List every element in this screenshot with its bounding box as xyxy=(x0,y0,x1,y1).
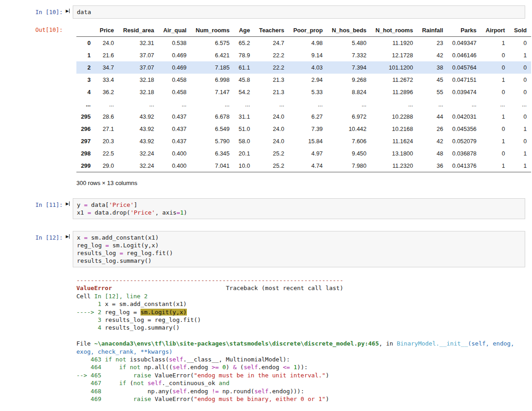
code-editor[interactable]: x = sm.add_constant(x1)reg_log = sm.Logi… xyxy=(73,231,525,267)
input-prompt: In [11]: xyxy=(26,198,63,208)
code-editor[interactable]: y = data['Price']x1 = data.drop('Price',… xyxy=(73,198,525,219)
dataframe-output: PriceResid_areaAir_qualNum_roomsAgeTeach… xyxy=(76,24,531,172)
table-cell: 5.33 xyxy=(289,86,327,98)
table-cell: 1 xyxy=(481,135,510,147)
table-cell: 0 xyxy=(481,49,510,61)
table-row: 29720.343.920.4375.79058.024.015.847.606… xyxy=(76,135,531,147)
code-editor[interactable]: data xyxy=(73,5,525,19)
table-cell: 43.92 xyxy=(119,135,159,147)
table-cell: 31.1 xyxy=(234,110,255,123)
gutter-spacer xyxy=(63,23,73,26)
table-cell: 0.045356 xyxy=(448,123,481,135)
row-index: 1 xyxy=(76,49,95,61)
table-cell: 6.575 xyxy=(191,37,234,50)
column-header: Age xyxy=(234,24,255,37)
table-row: 29822.532.240.4006.34520.125.24.979.4501… xyxy=(76,147,531,160)
table-cell: 43.92 xyxy=(119,123,159,135)
table-cell: 33.4 xyxy=(95,74,118,86)
table-cell: 0.437 xyxy=(159,123,191,135)
table-cell: 29.0 xyxy=(95,160,118,172)
table-cell: 36 xyxy=(417,160,447,172)
table-cell: 4.98 xyxy=(289,37,327,50)
column-header: Sold xyxy=(510,24,532,37)
table-cell: 1 xyxy=(510,147,532,160)
code-line: 463 if not issubclass(self.__class__, Mu… xyxy=(76,356,525,363)
column-header: Parks xyxy=(448,24,481,37)
code-line: x = sm.add_constant(x1) xyxy=(77,234,521,241)
code-line: exog, check_rank, **kwargs) xyxy=(76,348,525,356)
table-cell: 22.2 xyxy=(255,49,289,61)
table-cell: ... xyxy=(234,98,255,110)
table-cell: 37.07 xyxy=(119,49,159,61)
column-header: N_hos_beds xyxy=(327,24,371,37)
table-cell: 9.450 xyxy=(327,147,371,160)
table-cell: 7.394 xyxy=(327,61,371,74)
run-cell-icon[interactable]: ▶ xyxy=(66,201,70,206)
column-header: Price xyxy=(95,24,118,37)
table-cell: ... xyxy=(119,98,159,110)
table-cell: 42 xyxy=(417,135,447,147)
column-header: Num_rooms xyxy=(191,24,234,37)
table-cell: 28.6 xyxy=(95,110,118,123)
table-cell: 7.185 xyxy=(191,61,234,74)
table-cell: 22.2 xyxy=(255,61,289,74)
table-cell: 44 xyxy=(417,110,447,123)
table-cell: ... xyxy=(159,98,191,110)
column-header: Resid_area xyxy=(119,24,159,37)
table-cell: 20.3 xyxy=(95,135,118,147)
table-cell: 0.042031 xyxy=(448,110,481,123)
table-row: 121.637.070.4696.42178.922.29.147.33212.… xyxy=(76,49,531,61)
table-cell: 0.458 xyxy=(159,86,191,98)
code-line: 467 if (not self._continuous_ok and xyxy=(76,379,525,387)
table-cell: ... xyxy=(371,98,417,110)
input-prompt: In [10]: xyxy=(26,5,63,15)
code-line: --> 465 raise ValueError("endog must be … xyxy=(76,371,525,379)
table-cell: 15.84 xyxy=(289,135,327,147)
code-cell-11: In [11]: ▶ y = data['Price']x1 = data.dr… xyxy=(26,198,532,219)
table-cell: 32.24 xyxy=(119,147,159,160)
code-line: ----------------------------------------… xyxy=(76,276,525,284)
table-cell: 9.14 xyxy=(289,49,327,61)
table-cell: 8.824 xyxy=(327,86,371,98)
table-cell: 37.07 xyxy=(119,61,159,74)
output-area: ----------------------------------------… xyxy=(73,272,525,411)
table-row: 333.432.180.4586.99845.821.32.949.26811.… xyxy=(76,74,531,86)
table-cell: 6.421 xyxy=(191,49,234,61)
table-cell: 61.1 xyxy=(234,61,255,74)
run-cell-icon[interactable]: ▶ xyxy=(66,234,70,239)
table-row: 29528.643.920.4376.67831.124.06.276.9721… xyxy=(76,110,531,123)
table-cell: 24.0 xyxy=(255,123,289,135)
table-cell: 0.437 xyxy=(159,135,191,147)
table-cell: 11.2672 xyxy=(371,74,417,86)
table-row: 436.232.180.4587.14754.221.35.338.82411.… xyxy=(76,86,531,98)
table-cell: 22.5 xyxy=(95,147,118,160)
table-cell: 45.8 xyxy=(234,74,255,86)
table-cell: 32.31 xyxy=(119,37,159,50)
row-index: 0 xyxy=(76,37,95,50)
table-row: 29627.143.920.4376.54951.024.07.3910.442… xyxy=(76,123,531,135)
table-cell: 0.036878 xyxy=(448,147,481,160)
table-cell: ... xyxy=(95,98,118,110)
code-line: x1 = data.drop('Price', axis=1) xyxy=(77,209,521,216)
table-row: 29929.032.240.4007.04110.025.24.747.9801… xyxy=(76,160,531,172)
table-cell: ... xyxy=(327,98,371,110)
table-cell: 21.3 xyxy=(255,74,289,86)
code-line: 469 raise ValueError("endog must be bina… xyxy=(76,395,525,403)
table-cell: 0 xyxy=(510,86,532,98)
table-cell: 0.049347 xyxy=(448,37,481,50)
run-cell-icon[interactable]: ▶ xyxy=(66,9,70,13)
column-header: Teachers xyxy=(255,24,289,37)
table-cell: 0 xyxy=(510,61,532,74)
dataframe-summary: 300 rows × 13 columns xyxy=(76,180,531,186)
table-cell: 0 xyxy=(510,37,532,50)
table-cell: 0.041376 xyxy=(448,160,481,172)
table-cell: 1 xyxy=(510,160,532,172)
table-cell: 24.0 xyxy=(255,135,289,147)
table-cell: 0 xyxy=(481,86,510,98)
table-cell: 21.3 xyxy=(255,86,289,98)
table-cell: 0.469 xyxy=(159,49,191,61)
table-cell: 0 xyxy=(510,135,532,147)
table-cell: 0 xyxy=(510,74,532,86)
table-cell: 13.1800 xyxy=(371,147,417,160)
row-index: 295 xyxy=(76,110,95,123)
